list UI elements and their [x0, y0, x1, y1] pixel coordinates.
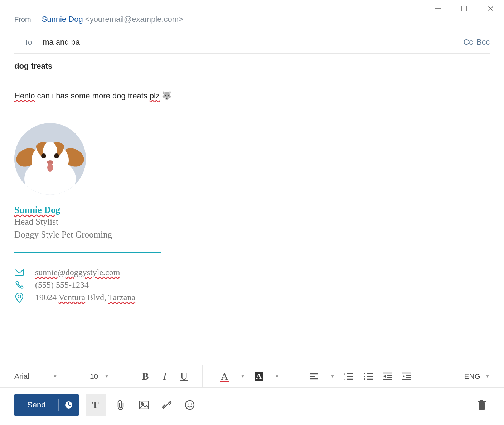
text-color-group: A ▼ A ▼	[206, 365, 292, 387]
svg-point-44	[185, 401, 194, 409]
outdent-button[interactable]	[382, 371, 393, 382]
from-name: Sunnie Dog	[42, 15, 83, 24]
signature-divider	[14, 252, 161, 253]
from-label: From	[14, 15, 31, 24]
message-body[interactable]: Henlo can i has some more dog treats plz…	[0, 79, 504, 365]
text-style-group: B I U	[127, 365, 203, 387]
send-button[interactable]: Send	[14, 394, 58, 416]
svg-rect-47	[479, 402, 485, 410]
numbered-list-button[interactable]: 123	[343, 371, 354, 382]
window-titlebar	[0, 0, 504, 16]
signature-email[interactable]: sunnie@doggystyle.com	[35, 268, 120, 277]
svg-point-15	[18, 295, 21, 298]
svg-point-11	[54, 153, 59, 158]
body-text-line: Henlo can i has some more dog treats plz…	[14, 90, 490, 102]
to-row: To ma and pa Cc Bcc	[14, 31, 490, 54]
svg-point-27	[364, 378, 365, 380]
body-word-misspelled: plz	[150, 91, 160, 100]
svg-point-25	[364, 373, 365, 374]
cc-button[interactable]: Cc	[463, 38, 473, 47]
signature-company: Doggy Style Pet Grooming	[14, 228, 490, 241]
bcc-button[interactable]: Bcc	[476, 38, 490, 47]
chevron-down-icon: ▼	[53, 374, 57, 379]
font-size-value: 10	[90, 372, 98, 381]
envelope-icon	[14, 269, 24, 276]
svg-text:T: T	[92, 400, 99, 410]
wolf-emoji: 🐺	[160, 91, 171, 100]
to-label: To	[24, 38, 32, 47]
svg-text:2: 2	[344, 375, 345, 378]
italic-button[interactable]: I	[159, 371, 170, 382]
font-family-select[interactable]: Arial ▼	[14, 365, 72, 387]
chevron-down-icon: ▼	[105, 374, 109, 379]
highlight-color-button[interactable]: A	[253, 371, 264, 382]
action-toolbar: Send T	[0, 388, 504, 425]
phone-icon	[14, 280, 24, 289]
svg-rect-49	[480, 400, 483, 401]
from-email: <youremail@example.com>	[85, 15, 183, 24]
signature-email-row: sunnie@doggystyle.com	[14, 268, 490, 277]
signature-phone: (555) 555-1234	[35, 280, 89, 290]
svg-text:3: 3	[344, 378, 345, 380]
indent-button[interactable]	[401, 371, 412, 382]
window-maximize-button[interactable]	[455, 1, 474, 16]
signature-phone-row: (555) 555-1234	[14, 280, 490, 290]
font-color-button[interactable]: A	[219, 371, 230, 382]
signature-avatar	[14, 123, 86, 195]
format-toolbar: Arial ▼ 10 ▼ B I U A ▼ A ▼ ▼ 123	[0, 365, 504, 388]
svg-point-46	[191, 403, 192, 404]
signature-job-title: Head Stylist	[14, 215, 490, 228]
discard-button[interactable]	[474, 397, 490, 413]
underline-button[interactable]: U	[179, 371, 189, 382]
language-select[interactable]: ENG ▼	[464, 372, 490, 381]
insert-emoji-button[interactable]	[182, 397, 198, 413]
insert-image-button[interactable]	[136, 397, 152, 413]
to-input[interactable]: ma and pa	[43, 38, 80, 47]
svg-rect-1	[462, 6, 467, 11]
svg-point-10	[41, 153, 46, 158]
signature-name: Sunnie Dog	[14, 205, 490, 215]
svg-rect-14	[15, 269, 24, 275]
schedule-send-button[interactable]	[59, 394, 79, 416]
signature-address: 19024 Ventura Blvd, Tarzana	[35, 293, 135, 302]
chevron-down-icon[interactable]: ▼	[241, 374, 245, 379]
align-button[interactable]	[309, 371, 320, 382]
window-minimize-button[interactable]	[428, 1, 447, 16]
svg-point-13	[47, 163, 53, 172]
font-size-select[interactable]: 10 ▼	[76, 365, 123, 387]
cc-bcc-controls: Cc Bcc	[463, 38, 490, 47]
bullet-list-button[interactable]	[363, 371, 373, 382]
svg-line-43	[165, 404, 168, 406]
paragraph-group: ▼ 123	[296, 365, 425, 387]
attachment-button[interactable]	[113, 397, 129, 413]
formatting-toggle-button[interactable]: T	[86, 394, 106, 416]
chevron-down-icon[interactable]: ▼	[275, 374, 279, 379]
svg-point-45	[188, 403, 189, 404]
chevron-down-icon[interactable]: ▼	[330, 374, 335, 379]
signature-block: Sunnie Dog Head Stylist Doggy Style Pet …	[14, 123, 490, 303]
from-row: From Sunnie Dog <youremail@example.com>	[14, 15, 490, 31]
body-text: can i has some more dog treats	[35, 91, 149, 100]
subject-input[interactable]: dog treats	[14, 54, 490, 79]
from-value[interactable]: Sunnie Dog <youremail@example.com>	[42, 15, 183, 24]
svg-text:1: 1	[344, 372, 345, 375]
header-fields: From Sunnie Dog <youremail@example.com> …	[0, 16, 504, 79]
svg-point-9	[43, 142, 57, 162]
bold-button[interactable]: B	[140, 371, 151, 382]
window-close-button[interactable]	[481, 1, 500, 16]
send-button-group: Send	[14, 394, 79, 416]
font-family-value: Arial	[14, 372, 29, 381]
map-pin-icon	[14, 293, 24, 303]
signature-address-row: 19024 Ventura Blvd, Tarzana	[14, 293, 490, 303]
body-word-misspelled: Henlo	[14, 91, 35, 100]
chevron-down-icon: ▼	[485, 374, 490, 379]
svg-point-26	[364, 376, 365, 377]
insert-link-button[interactable]	[159, 397, 175, 413]
compose-window: From Sunnie Dog <youremail@example.com> …	[0, 0, 504, 425]
language-value: ENG	[464, 372, 481, 381]
